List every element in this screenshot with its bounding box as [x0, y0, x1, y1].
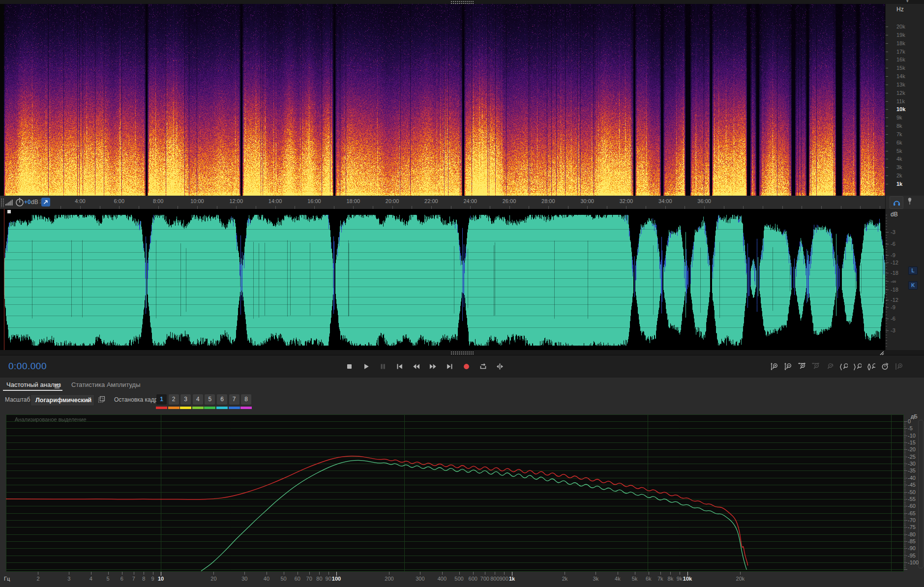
chart-y-unit: дБ [911, 413, 918, 419]
hold-color-bar-7 [229, 407, 240, 409]
frequency-ruler-label: 3k [896, 164, 902, 170]
zoom-in-vertical-icon [771, 362, 779, 371]
tab-amplitude-statistics[interactable]: Статистика Амплитуды [71, 381, 140, 388]
chart-y-tick [904, 448, 906, 449]
chart-x-tick [389, 572, 389, 575]
hold-color-bar-5 [204, 407, 215, 409]
chart-y-tick [904, 534, 907, 535]
amplitude-ruler-tick [886, 264, 887, 264]
skip-to-start-button[interactable] [394, 359, 405, 374]
playhead[interactable] [4, 209, 4, 350]
zoom-selection-button[interactable] [866, 359, 875, 374]
level-meter-icon[interactable] [5, 198, 13, 208]
frequency-ruler-label: 15k [896, 65, 905, 71]
ruler-menu-chevron-icon[interactable]: ▾ [906, 0, 909, 3]
chart-x-tick [108, 572, 109, 575]
scale-select[interactable]: Логарифмический ▼ [30, 394, 94, 406]
panel-divider-top[interactable]: ▾ [0, 0, 924, 4]
zoom-out-vertical-button[interactable] [784, 359, 793, 374]
rewind-icon [412, 362, 420, 371]
zoom-reset-button[interactable] [825, 359, 834, 374]
spectrogram-view[interactable] [0, 4, 924, 196]
pause-button[interactable] [378, 359, 388, 374]
frequency-ruler-label: 12k [896, 90, 905, 96]
fast-forward-button[interactable] [428, 359, 438, 374]
zoom-out-horizontal-button[interactable] [811, 359, 820, 374]
play-icon [362, 362, 370, 371]
hold-button-1[interactable]: 1 [156, 394, 167, 405]
chart-y-tick [904, 427, 906, 427]
hold-button-5[interactable]: 5 [205, 394, 215, 405]
chart-y-tick [904, 470, 907, 471]
chart-y-tick [904, 509, 906, 509]
amplitude-ruler-tick [886, 261, 887, 261]
frequency-ruler[interactable]: Hz 20k19k18k17k16k15k14k13k12k11k10k9k8k… [885, 4, 924, 196]
waveform-canvas[interactable] [4, 209, 885, 350]
play-button[interactable] [361, 359, 371, 374]
pin-icon[interactable] [906, 197, 913, 208]
clock-icon[interactable] [15, 197, 25, 209]
chart-x-tick [512, 572, 512, 576]
zoom-full-button[interactable] [894, 359, 903, 374]
panel-menu-icon[interactable] [54, 382, 60, 391]
zoom-out-horizontal-icon [812, 362, 820, 371]
channel-badge-right[interactable]: K [908, 281, 918, 290]
hold-button-2[interactable]: 2 [169, 394, 179, 405]
zoom-reset-icon [826, 362, 834, 371]
hold-button-8[interactable]: 8 [241, 394, 251, 405]
chart-x-label: 6k [646, 576, 652, 582]
hold-button-7[interactable]: 7 [229, 394, 239, 405]
gain-value[interactable]: +0 [24, 199, 31, 205]
stop-button[interactable] [344, 359, 355, 374]
amplitude-ruler-tick [886, 269, 887, 269]
amplitude-ruler-tick-major [886, 263, 889, 263]
chart-x-label: 1k [509, 576, 515, 582]
zoom-in-vertical-button[interactable] [770, 359, 779, 374]
monitor-button[interactable] [890, 196, 903, 209]
hold-color-bar-4 [192, 407, 204, 409]
chart-y-tick [904, 498, 906, 498]
chart-x-label: 9 [151, 576, 154, 582]
snap-button[interactable] [41, 198, 50, 206]
rewind-button[interactable] [411, 359, 421, 374]
time-display[interactable]: 0:00.000 [8, 361, 47, 372]
chart-y-label: -85 [908, 538, 916, 544]
zoom-time-button[interactable] [880, 359, 889, 374]
move-playhead-button[interactable] [495, 359, 505, 374]
toolbar-grip-icon[interactable] [0, 198, 4, 207]
zoom-in-horizontal-button[interactable] [798, 359, 806, 374]
drag-handle-icon[interactable] [450, 351, 474, 354]
amplitude-ruler[interactable]: dB L K -3-6-9-12-18-∞-18-12-9-6-3 [885, 209, 924, 350]
hold-button-4[interactable]: 4 [193, 394, 203, 405]
panel-divider-bottom[interactable] [0, 350, 924, 355]
frequency-ruler-tick [886, 167, 888, 168]
hold-button-6[interactable]: 6 [217, 394, 227, 405]
chart-y-label: -65 [908, 510, 916, 516]
chart-x-tick [213, 572, 214, 575]
copy-graph-icon[interactable] [97, 395, 106, 406]
timeline-time-label: 4:00 [75, 198, 85, 204]
hold-color-bar-1 [156, 407, 167, 409]
chart-scrollbar-track[interactable] [918, 420, 924, 568]
amplitude-ruler-tick [886, 215, 887, 215]
channel-badge-left[interactable]: L [908, 266, 918, 275]
chart-y-label: -45 [908, 482, 916, 488]
chart-x-label: 100 [332, 576, 341, 582]
chart-y-tick [904, 525, 906, 525]
selection-marker[interactable] [7, 210, 11, 213]
zoom-out-point-button[interactable] [853, 359, 862, 374]
frequency-ruler-label: 7k [896, 131, 902, 137]
hold-button-3[interactable]: 3 [180, 394, 191, 405]
chart-x-label: 300 [416, 576, 424, 582]
spectrogram-canvas[interactable] [4, 4, 885, 196]
skip-to-end-button[interactable] [445, 359, 455, 374]
amplitude-ruler-tick [886, 323, 887, 323]
timeline-ruler[interactable]: 4:006:008:0010:0012:0014:0016:0018:0020:… [0, 196, 924, 209]
tab-frequency-analysis[interactable]: Частотный анализ [6, 381, 61, 388]
zoom-in-point-button[interactable] [839, 359, 848, 374]
chart-y-tick [904, 504, 906, 505]
record-button[interactable] [461, 359, 472, 374]
drag-handle-icon[interactable] [450, 0, 474, 4]
loop-playback-button[interactable] [478, 359, 488, 374]
waveform-view[interactable] [0, 209, 924, 350]
